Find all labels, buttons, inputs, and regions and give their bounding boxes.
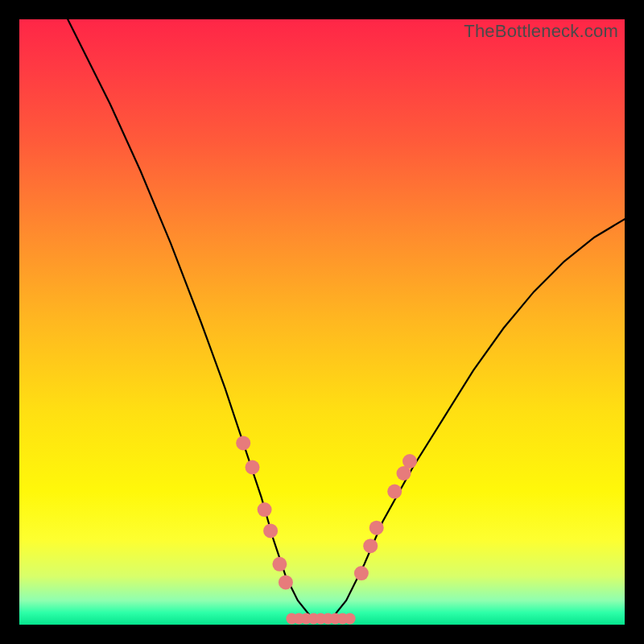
highlight-dot — [402, 454, 417, 469]
plot-area: TheBottleneck.com — [19, 19, 625, 625]
chart-frame: TheBottleneck.com — [0, 0, 644, 644]
highlight-dot — [258, 502, 272, 517]
highlight-dot — [246, 460, 260, 475]
highlight-dot — [236, 436, 250, 450]
flat-dot — [345, 613, 356, 625]
flat-marker-segment — [286, 613, 355, 625]
highlight-dot — [279, 575, 293, 589]
highlight-dot — [263, 523, 278, 538]
highlight-dot — [354, 566, 369, 580]
curve-overlay — [19, 19, 625, 625]
bottleneck-curve — [68, 19, 625, 620]
highlight-dot — [272, 557, 287, 572]
highlight-dots — [236, 436, 417, 589]
highlight-dot — [369, 521, 384, 535]
highlight-dot — [363, 539, 378, 553]
highlight-dot — [387, 485, 402, 499]
